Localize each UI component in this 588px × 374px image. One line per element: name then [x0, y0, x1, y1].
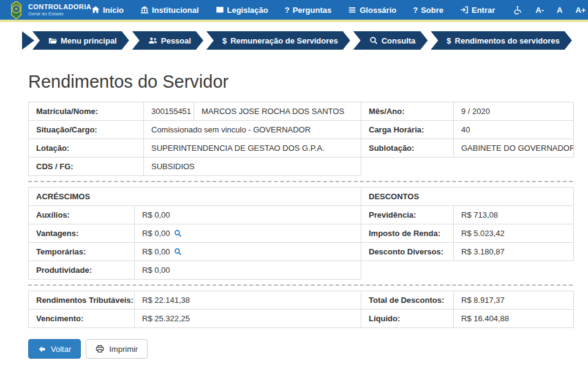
liquido-value: R$ 16.404,88 [454, 310, 574, 328]
earnings-deductions-section: ACRÉSCIMOS Auxílios: R$ 0,00 Vantagens: … [28, 187, 573, 280]
situacao-value: Comissionado sem vinculo - GOVERNADOR [144, 121, 361, 139]
wheelchair-icon [513, 6, 522, 15]
sublotacao-value: GABINETE DO GOVERNADOR [454, 139, 574, 158]
nome-value: MARCOS JOSE ROCHA DOS SANTOS [194, 102, 361, 121]
field-label: Matrícula/Nome: [29, 102, 144, 121]
table-row: Carga Horária: 40 [361, 121, 574, 139]
descontos-table: DESCONTOS Previdência: R$ 713,08 Imposto… [361, 187, 574, 261]
nav-label: Perguntas [293, 6, 332, 15]
nav-item-inicio[interactable]: Início [91, 6, 124, 15]
table-row: Lotação: SUPERINTENDENCIA DE GESTAO DOS … [29, 139, 361, 158]
field-label: Rendimentos Tributáveis: [29, 291, 135, 310]
field-label: Mês/Ano: [361, 102, 454, 121]
font-increase-button[interactable]: A+ [575, 6, 586, 15]
nav-item-sobre[interactable]: ? Sobre [413, 6, 443, 15]
breadcrumb-item-menu-principal[interactable]: Menu principal [32, 31, 129, 50]
temporarias-detail-search-icon[interactable] [174, 248, 182, 256]
dollar-icon: $ [222, 36, 227, 45]
table-row: Temporárias: R$ 0,00 [29, 243, 361, 261]
search-icon [369, 36, 378, 45]
field-label: Produtividade: [29, 261, 135, 280]
mes-ano-value: 9 / 2020 [454, 102, 574, 121]
top-navbar: CONTROLADORIA Geral do Estado Início Ins… [0, 0, 588, 22]
nav-label: Institucional [152, 6, 199, 15]
print-button[interactable]: Imprimir [86, 339, 148, 359]
lotacao-value: SUPERINTENDENCIA DE GESTAO DOS G.P.A. [144, 139, 361, 158]
brand-name: CONTROLADORIA [28, 4, 91, 10]
desconto-diversos-value: R$ 3.180,87 [454, 243, 574, 261]
nav-label: Início [103, 6, 124, 15]
table-row: DESCONTOS [361, 188, 574, 206]
list-icon [348, 6, 356, 14]
field-label: Vantagens: [29, 224, 135, 243]
vantagens-value: R$ 0,00 [135, 224, 361, 243]
totals-left-table: Rendimentos Tributáveis: R$ 22.141,38 Ve… [28, 291, 361, 328]
cds-value: SUBSIDIOS [144, 158, 361, 176]
book-icon [216, 6, 224, 14]
table-row: Desconto Diversos: R$ 3.180,87 [361, 243, 574, 261]
table-row: Vantagens: R$ 0,00 [29, 224, 361, 243]
printer-icon [96, 345, 104, 353]
breadcrumb-label: Pessoal [161, 36, 191, 45]
breadcrumb-lead-arrow [22, 31, 34, 50]
breadcrumb-label: Menu principal [61, 36, 117, 45]
font-decrease-button[interactable]: A- [535, 6, 544, 15]
previdencia-value: R$ 713,08 [454, 206, 574, 224]
nav-label: Legislação [227, 6, 268, 15]
table-row: Imposto de Renda: R$ 5.023,42 [361, 224, 574, 243]
nav-item-perguntas[interactable]: ? Perguntas [285, 6, 332, 15]
state-crest-icon [9, 1, 24, 19]
page-title: Rendimentos do Servidor [28, 72, 588, 92]
field-label: Lotação: [29, 139, 144, 158]
breadcrumb-item-remuneracao[interactable]: $ Remuneração de Servidores [206, 31, 350, 50]
table-row: Líquido: R$ 16.404,88 [361, 310, 574, 328]
nav-item-entrar[interactable]: Entrar [460, 6, 495, 15]
field-label: CDS / FG: [29, 158, 144, 176]
table-row: Produtividade: R$ 0,00 [29, 261, 361, 280]
nav-item-glossario[interactable]: Glossário [348, 6, 396, 15]
field-label: Total de Descontos: [361, 291, 454, 310]
main-menu: Início Institucional Legislação ? Pergun… [91, 6, 495, 15]
accessibility-button[interactable] [513, 6, 522, 15]
accessibility-toolbar: A- A A+ [513, 6, 588, 15]
field-label: Auxílios: [29, 206, 135, 224]
brand-subtitle: Geral do Estado [28, 12, 91, 17]
table-row: Previdência: R$ 713,08 [361, 206, 574, 224]
vencimento-value: R$ 25.322,25 [135, 310, 361, 328]
field-label: Temporárias: [29, 243, 135, 261]
back-button[interactable]: Voltar [28, 339, 81, 359]
personal-info-right-table: Mês/Ano: 9 / 2020 Carga Horária: 40 Subl… [361, 102, 574, 158]
auxilios-value: R$ 0,00 [135, 206, 361, 224]
vantagens-detail-search-icon[interactable] [174, 229, 182, 237]
field-label: Desconto Diversos: [361, 243, 454, 261]
acrescimos-table: ACRÉSCIMOS Auxílios: R$ 0,00 Vantagens: … [28, 187, 361, 280]
field-label: Situação/Cargo: [29, 121, 144, 139]
site-logo[interactable]: CONTROLADORIA Geral do Estado [9, 1, 91, 19]
nav-item-legislacao[interactable]: Legislação [216, 6, 268, 15]
total-descontos-value: R$ 8.917,37 [454, 291, 574, 310]
users-icon [148, 37, 157, 45]
action-bar: Voltar Imprimir [28, 339, 588, 359]
nav-label: Glossário [360, 6, 396, 15]
table-row: Situação/Cargo: Comissionado sem vinculo… [29, 121, 361, 139]
nav-item-institucional[interactable]: Institucional [140, 6, 199, 15]
dollar-icon: $ [447, 36, 451, 45]
breadcrumb-item-rendimentos[interactable]: $ Rendimentos do servidores [431, 31, 571, 50]
arrow-left-icon [38, 345, 46, 353]
folder-icon [48, 37, 57, 45]
table-row: CDS / FG: SUBSIDIOS [29, 158, 361, 176]
acrescimos-header: ACRÉSCIMOS [29, 188, 361, 206]
personal-info-section: Matrícula/Nome: 300155451 MARCOS JOSE RO… [28, 102, 573, 176]
matricula-value: 300155451 [144, 102, 194, 121]
dashed-divider [28, 284, 573, 286]
field-label: Imposto de Renda: [361, 224, 454, 243]
income-sheet: Matrícula/Nome: 300155451 MARCOS JOSE RO… [28, 102, 573, 328]
institution-icon [140, 6, 149, 14]
font-normal-button[interactable]: A [557, 6, 562, 15]
breadcrumb-item-consulta[interactable]: Consulta [353, 31, 428, 50]
temporarias-value: R$ 0,00 [135, 243, 361, 261]
field-label: Líquido: [361, 310, 454, 328]
breadcrumb-item-pessoal[interactable]: Pessoal [132, 31, 203, 50]
field-label: Previdência: [361, 206, 454, 224]
nav-label: Entrar [472, 6, 495, 15]
